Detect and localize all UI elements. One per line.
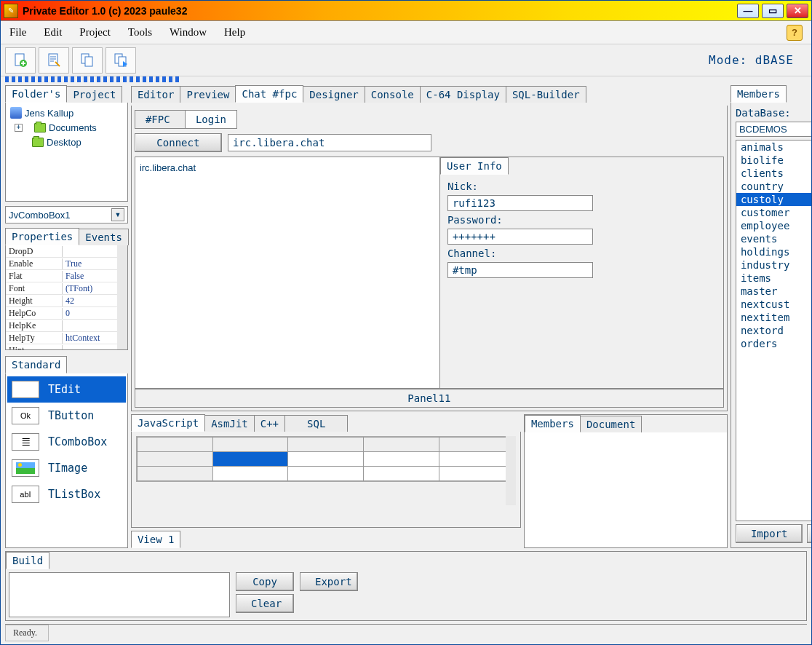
scrollbar[interactable]	[506, 436, 516, 505]
expand-icon[interactable]: +	[15, 124, 23, 132]
tab-fpc-channel[interactable]: #FPC	[135, 110, 186, 129]
component-palette[interactable]: abITEditOkTButton≣TComboBoxTImageabITLis…	[5, 373, 128, 548]
palette-item[interactable]: abITListBox	[7, 481, 126, 507]
maximize-button[interactable]: ▭	[762, 4, 784, 18]
database-select[interactable]: BCDEMOS▼	[736, 122, 811, 137]
titlebar[interactable]: ✎ Private Editor 1.0 (c) 2023 paule32 — …	[1, 1, 811, 21]
build-output[interactable]	[9, 572, 230, 617]
selected-cell[interactable]	[212, 452, 288, 467]
scrollbar[interactable]	[117, 245, 127, 349]
prop-key[interactable]: HelpCo	[6, 308, 63, 319]
tab-properties[interactable]: Properties	[5, 228, 79, 245]
prop-key[interactable]: Flat	[6, 271, 63, 282]
run-file-button[interactable]	[106, 47, 136, 74]
nick-input[interactable]	[447, 195, 593, 211]
menu-file[interactable]: File	[9, 26, 26, 39]
component-combo[interactable]: JvComboBox1▼	[5, 206, 128, 223]
lang-tab[interactable]: AsmJit	[204, 415, 255, 432]
members-list-area[interactable]	[525, 432, 727, 547]
prop-key[interactable]: HelpTy	[6, 333, 63, 344]
tab-standard[interactable]: Standard	[5, 356, 67, 373]
db-table-item[interactable]: country	[736, 180, 811, 193]
close-button[interactable]: ✕	[787, 4, 808, 18]
db-table-item[interactable]: orders	[736, 337, 811, 350]
prop-value[interactable]: True	[63, 258, 117, 269]
tab-events[interactable]: Events	[79, 229, 129, 245]
tab-userinfo[interactable]: User Info	[440, 157, 509, 175]
worksheet-area[interactable]	[131, 432, 521, 528]
grid-table[interactable]	[137, 437, 515, 481]
db-table-item[interactable]: animals	[736, 141, 811, 154]
folder-tree[interactable]: Jens Kallup +Documents Desktop	[5, 103, 128, 202]
import-button[interactable]: Import	[736, 524, 803, 543]
db-table-item[interactable]: events	[736, 232, 811, 245]
tab-project[interactable]: Project	[66, 86, 122, 103]
db-table-item[interactable]: items	[736, 272, 811, 285]
prop-value[interactable]: htContext	[63, 333, 117, 344]
copy-file-button[interactable]	[72, 47, 103, 74]
editor-tab[interactable]: Preview	[180, 86, 236, 103]
chat-log[interactable]: irc.libera.chat	[135, 157, 440, 389]
channel-input[interactable]	[447, 262, 593, 278]
db-table-item[interactable]: industry	[736, 258, 811, 272]
server-input[interactable]	[228, 134, 431, 151]
editor-tab[interactable]: Editor	[131, 86, 181, 103]
lang-tab[interactable]: JavaScript	[131, 414, 205, 432]
db-table-item[interactable]: employee	[736, 219, 811, 232]
menu-tools[interactable]: Tools	[128, 26, 152, 39]
menu-project[interactable]: Project	[79, 26, 111, 39]
tab-build[interactable]: Build	[6, 552, 49, 569]
prop-value[interactable]: False	[63, 271, 117, 282]
db-table-item[interactable]: nextcust	[736, 298, 811, 311]
new-file-button[interactable]	[5, 47, 36, 74]
build-export-button[interactable]: Export	[300, 572, 358, 591]
database-table-list[interactable]: animalsbiolifeclientscountrycustolycusto…	[736, 140, 811, 521]
lang-tab[interactable]: C++	[254, 415, 285, 432]
db-table-item[interactable]: clients	[736, 167, 811, 180]
palette-item[interactable]: abITEdit	[7, 376, 126, 403]
copy-button[interactable]: Copy	[236, 572, 294, 591]
editor-tab[interactable]: C-64 Display	[420, 86, 506, 103]
prop-key[interactable]: DropD	[6, 246, 63, 257]
menu-window[interactable]: Window	[170, 26, 207, 39]
prop-value[interactable]: 0	[63, 308, 117, 319]
edit-file-button[interactable]	[39, 47, 69, 74]
lang-tab[interactable]: SQL	[284, 415, 348, 432]
tree-desktop[interactable]: Desktop	[47, 137, 81, 148]
palette-item[interactable]: ≣TComboBox	[7, 429, 126, 455]
db-table-item[interactable]: biolife	[736, 154, 811, 167]
editor-tab[interactable]: Designer	[303, 86, 365, 103]
editor-tab[interactable]: Chat #fpc	[235, 85, 303, 103]
tree-root[interactable]: Jens Kallup	[25, 108, 73, 119]
db-table-item[interactable]: custoly	[736, 193, 811, 206]
tree-documents[interactable]: Documents	[49, 122, 97, 133]
editor-tab[interactable]: Console	[365, 86, 421, 103]
prop-key[interactable]: Enable	[6, 258, 63, 269]
palette-item[interactable]: TImage	[7, 455, 126, 481]
prop-key[interactable]: Font	[6, 283, 63, 294]
chevron-down-icon[interactable]: ▼	[111, 208, 124, 221]
prop-key[interactable]: Height	[6, 296, 63, 306]
menu-help[interactable]: Help	[224, 26, 245, 39]
palette-item[interactable]: OkTButton	[7, 403, 126, 429]
tab-bottom-document[interactable]: Document	[580, 416, 642, 432]
editor-tab[interactable]: SQL-Builder	[506, 86, 586, 103]
prop-value[interactable]: (TFont)	[63, 283, 117, 294]
tab-bottom-members[interactable]: Members	[525, 415, 581, 432]
db-table-item[interactable]: nextitem	[736, 311, 811, 324]
prop-value[interactable]: 42	[63, 296, 117, 306]
property-grid[interactable]: DropDEnableTrueFlatFalseFont(TFont)Heigh…	[5, 245, 128, 350]
connect-button[interactable]: Connect	[135, 133, 222, 152]
export-button[interactable]: Export	[807, 524, 811, 543]
db-table-item[interactable]: customer	[736, 206, 811, 219]
tab-view1[interactable]: View 1	[131, 531, 181, 548]
db-table-item[interactable]: nextord	[736, 324, 811, 337]
tab-login[interactable]: Login	[185, 110, 237, 129]
menu-edit[interactable]: Edit	[44, 26, 62, 39]
clear-button[interactable]: Clear	[236, 594, 294, 613]
minimize-button[interactable]: —	[737, 4, 759, 18]
db-table-item[interactable]: master	[736, 285, 811, 298]
prop-key[interactable]: Hint	[6, 345, 63, 350]
tab-folders[interactable]: Folder's	[5, 85, 67, 103]
tab-right-members[interactable]: Members	[731, 85, 787, 103]
